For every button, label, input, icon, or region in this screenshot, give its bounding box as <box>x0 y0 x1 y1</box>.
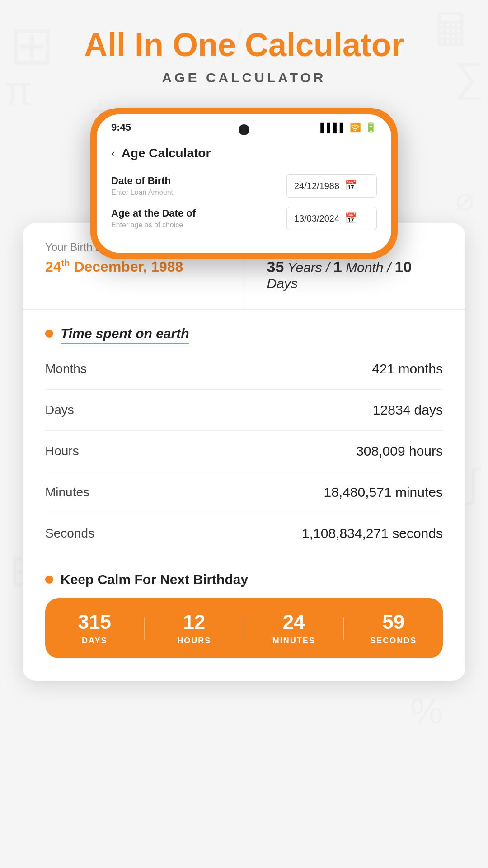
phone-frame: 9:45 ▌▌▌▌ 🛜 🔋 ‹ Age Calculator <box>90 108 398 259</box>
status-time: 9:45 <box>111 122 131 133</box>
time-stat-value: 12834 days <box>373 402 443 418</box>
title-part2: Calculator <box>245 27 404 63</box>
app-header: ‹ Age Calculator <box>111 146 377 160</box>
time-on-earth-heading: Time spent on earth <box>61 326 189 341</box>
time-stat-label: Hours <box>45 444 79 458</box>
age-months-unit: Month <box>346 260 383 275</box>
time-stat-row: Minutes 18,480,571 minutes <box>45 472 443 513</box>
phone-screen: 9:45 ▌▌▌▌ 🛜 🔋 ‹ Age Calculator <box>97 114 391 253</box>
birth-day-sup: th <box>61 258 70 268</box>
age-years: 35 <box>267 258 284 275</box>
countdown-unit: SECONDS <box>370 636 417 646</box>
dob-sublabel: Enter Loan Amount <box>111 189 173 197</box>
back-arrow-icon[interactable]: ‹ <box>111 146 115 160</box>
countdown-number: 315 <box>78 611 111 633</box>
countdown-unit: MINUTES <box>272 636 315 646</box>
status-icons: ▌▌▌▌ 🛜 🔋 <box>320 122 377 133</box>
time-stat-row: Seconds 1,108,834,271 seconds <box>45 513 443 554</box>
orange-dot-icon <box>45 330 53 338</box>
dob-input[interactable]: 24/12/1988 📅 <box>286 174 377 198</box>
dob-value: 24/12/1988 <box>294 181 339 191</box>
countdown-item: 59 SECONDS <box>344 611 443 646</box>
countdown-unit: DAYS <box>82 636 107 646</box>
dob-field-row: Date of Birth Enter Loan Amount 24/12/19… <box>111 174 377 198</box>
birthday-dot-icon <box>45 576 53 584</box>
main-title: All In One Calculator <box>84 27 404 63</box>
dob-label-group: Date of Birth Enter Loan Amount <box>111 175 173 197</box>
age-date-value: 13/03/2024 <box>294 213 339 224</box>
phone-mockup: 9:45 ▌▌▌▌ 🛜 🔋 ‹ Age Calculator <box>90 108 398 259</box>
countdown-item: 315 DAYS <box>45 611 144 646</box>
time-stat-label: Seconds <box>45 526 94 541</box>
countdown-number: 12 <box>183 611 205 633</box>
camera-notch <box>239 124 249 135</box>
time-stat-row: Months 421 months <box>45 349 443 390</box>
age-date-label-group: Age at the Date of Enter age as of choic… <box>111 208 196 229</box>
birthday-heading: Keep Calm For Next Birthday <box>61 572 248 587</box>
age-date-input[interactable]: 13/03/2024 📅 <box>286 207 377 230</box>
dob-label: Date of Birth <box>111 175 173 187</box>
age-months: 1 <box>333 258 342 275</box>
age-date-field-row: Age at the Date of Enter age as of choic… <box>111 207 377 230</box>
age-date-label: Age at the Date of <box>111 208 196 219</box>
age-years-unit: Years <box>287 260 322 275</box>
calendar-icon-2: 📅 <box>345 212 357 224</box>
main-content: All In One Calculator AGE CALCULATOR 9:4… <box>0 0 488 699</box>
time-stat-value: 1,108,834,271 seconds <box>302 526 443 541</box>
birth-month-year: December, 1988 <box>70 259 183 275</box>
countdown-number: 24 <box>283 611 305 633</box>
birthday-section-title-row: Keep Calm For Next Birthday <box>23 563 465 598</box>
countdown-bar: 315 DAYS 12 HOURS 24 MINUTES 59 SECONDS <box>45 598 443 658</box>
age-value: 35 Years / 1 Month / 10 Days <box>267 258 443 291</box>
countdown-unit: HOURS <box>177 636 211 646</box>
age-days: 10 <box>395 258 412 275</box>
time-stat-row: Hours 308,009 hours <box>45 431 443 472</box>
countdown-item: 12 HOURS <box>145 611 244 646</box>
title-part1: All In One <box>84 27 236 63</box>
app-content: ‹ Age Calculator Date of Birth Enter Loa… <box>97 137 391 253</box>
calendar-icon: 📅 <box>345 180 357 192</box>
birth-date-value: 24th December, 1988 <box>45 258 221 275</box>
time-stat-row: Days 12834 days <box>45 390 443 431</box>
signal-icon: ▌▌▌▌ <box>320 123 346 133</box>
subtitle: AGE CALCULATOR <box>162 70 326 85</box>
time-stat-label: Months <box>45 362 87 376</box>
wifi-icon: 🛜 <box>350 122 361 133</box>
time-stat-value: 18,480,571 minutes <box>324 485 443 500</box>
countdown-item: 24 MINUTES <box>244 611 343 646</box>
battery-icon: 🔋 <box>365 122 377 133</box>
app-title: Age Calculator <box>122 146 211 160</box>
time-stat-value: 421 months <box>372 361 443 377</box>
status-bar: 9:45 ▌▌▌▌ 🛜 🔋 <box>97 114 391 137</box>
countdown-number: 59 <box>382 611 404 633</box>
time-on-earth-title-row: Time spent on earth <box>23 310 465 349</box>
age-date-sublabel: Enter age as of choice <box>111 221 196 229</box>
age-days-unit: Days <box>267 276 298 291</box>
time-stat-value: 308,009 hours <box>356 443 443 459</box>
time-stat-label: Minutes <box>45 485 89 500</box>
time-stat-label: Days <box>45 403 74 417</box>
result-card: Your Birth Date 24th December, 1988 Your… <box>23 223 465 681</box>
time-stats-table: Months 421 months Days 12834 days Hours … <box>23 349 465 563</box>
birth-day: 24 <box>45 259 61 275</box>
